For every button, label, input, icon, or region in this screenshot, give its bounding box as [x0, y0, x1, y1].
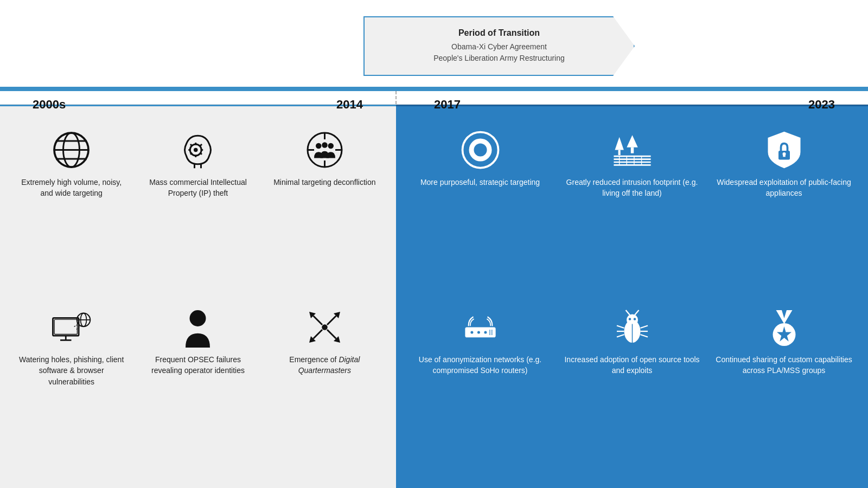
- arrow-subtitle: Obama-Xi Cyber Agreement People's Libera…: [433, 41, 565, 64]
- svg-point-23: [322, 142, 328, 148]
- arrows-center-icon: [303, 305, 346, 349]
- card-shield: Widespread exploitation of public-facing…: [711, 123, 857, 294]
- arrows-text: Emergence of Digital Quartermasters: [269, 354, 381, 376]
- svg-point-70: [628, 318, 631, 320]
- right-row-2: Use of anonymization networks (e.g. comp…: [407, 300, 857, 472]
- timeline-bar: [0, 87, 868, 91]
- svg-point-64: [477, 331, 480, 333]
- svg-line-37: [313, 316, 322, 325]
- year-labels: 2000s 2014 2017 2023: [0, 91, 868, 105]
- card-arrows: Emergence of Digital Quartermasters: [264, 300, 385, 472]
- arrow-section: Period of Transition Obama-Xi Cyber Agre…: [0, 0, 868, 87]
- svg-point-35: [322, 324, 328, 330]
- svg-marker-47: [615, 137, 623, 150]
- svg-rect-50: [630, 147, 633, 153]
- router-text: Use of anonymization networks (e.g. comp…: [411, 354, 549, 376]
- year-2017: 2017: [434, 98, 461, 112]
- svg-line-72: [626, 310, 630, 315]
- person-icon: [176, 305, 220, 349]
- svg-rect-11: [189, 149, 192, 151]
- medal-text: Continued sharing of custom capabilities…: [715, 354, 853, 376]
- svg-point-63: [470, 331, 473, 333]
- right-section: More purposeful, strategic targeting: [396, 105, 868, 488]
- svg-line-77: [640, 325, 648, 328]
- arrow-title: Period of Transition: [458, 28, 540, 38]
- svg-line-43: [327, 330, 336, 339]
- farm-trees-icon: [610, 128, 654, 171]
- svg-rect-26: [54, 319, 77, 334]
- svg-line-41: [313, 330, 322, 339]
- svg-point-34: [190, 310, 206, 326]
- card-computer: Watering holes, phishing, client softwar…: [11, 300, 132, 472]
- svg-point-8: [194, 147, 198, 152]
- globe-text: Extremely high volume, noisy, and wide t…: [15, 177, 127, 199]
- bug-icon: [610, 305, 654, 349]
- svg-line-73: [635, 310, 639, 315]
- svg-point-46: [474, 143, 487, 156]
- shield-text: Widespread exploitation of public-facing…: [715, 177, 853, 199]
- card-bug: Increased adoption of open source tools …: [559, 300, 705, 472]
- svg-rect-9: [195, 143, 197, 145]
- svg-point-65: [484, 331, 487, 333]
- medal-icon: [762, 305, 806, 349]
- year-2023: 2023: [808, 98, 835, 112]
- left-row-1: Extremely high volume, noisy, and wide t…: [11, 123, 385, 294]
- brain-text: Mass commercial Intellectual Property (I…: [142, 177, 254, 199]
- right-row-1: More purposeful, strategic targeting: [407, 123, 857, 294]
- svg-marker-49: [627, 135, 637, 147]
- bug-text: Increased adoption of open source tools …: [563, 354, 701, 376]
- card-router: Use of anonymization networks (e.g. comp…: [407, 300, 553, 472]
- arrow-wrapper: Period of Transition Obama-Xi Cyber Agre…: [363, 16, 678, 76]
- svg-rect-48: [618, 150, 620, 155]
- svg-point-22: [316, 143, 322, 149]
- card-person: Frequent OPSEC failures revealing operat…: [137, 300, 258, 472]
- card-medal: Continued sharing of custom capabilities…: [711, 300, 857, 472]
- left-section: Extremely high volume, noisy, and wide t…: [0, 105, 396, 488]
- crosshair-text: Minimal targeting deconfliction: [273, 177, 375, 188]
- italic-text: Digital Quartermasters: [298, 355, 360, 375]
- person-text: Frequent OPSEC failures revealing operat…: [142, 354, 254, 376]
- svg-marker-81: [776, 310, 792, 324]
- computer-globe-icon: [50, 305, 93, 349]
- svg-point-24: [328, 143, 334, 149]
- year-2014: 2014: [336, 98, 363, 112]
- content-area: Extremely high volume, noisy, and wide t…: [0, 105, 868, 488]
- brain-gears-icon: [176, 128, 220, 171]
- router-icon: [458, 305, 502, 349]
- globe-icon: [50, 128, 93, 171]
- year-divider: [395, 91, 397, 104]
- farm-text: Greatly reduced intrusion footprint (e.g…: [563, 177, 701, 199]
- computer-text: Watering holes, phishing, client softwar…: [15, 354, 127, 387]
- svg-line-76: [617, 335, 624, 337]
- svg-point-71: [633, 318, 636, 320]
- transition-arrow: Period of Transition Obama-Xi Cyber Agre…: [363, 16, 635, 76]
- year-2000s: 2000s: [33, 98, 66, 112]
- crosshair-group-icon: [303, 128, 346, 171]
- left-row-2: Watering holes, phishing, client softwar…: [11, 300, 385, 472]
- main-container: Period of Transition Obama-Xi Cyber Agre…: [0, 0, 868, 488]
- card-brain: Mass commercial Intellectual Property (I…: [137, 123, 258, 294]
- shield-lock-icon: [762, 128, 806, 171]
- svg-line-79: [640, 335, 648, 337]
- card-farm: Greatly reduced intrusion footprint (e.g…: [559, 123, 705, 294]
- svg-line-39: [327, 316, 336, 325]
- svg-rect-25: [53, 318, 79, 336]
- svg-rect-12: [201, 149, 203, 151]
- svg-line-74: [617, 325, 624, 328]
- card-target: More purposeful, strategic targeting: [407, 123, 553, 294]
- target-icon: [458, 128, 502, 171]
- target-text: More purposeful, strategic targeting: [420, 177, 540, 188]
- card-globe: Extremely high volume, noisy, and wide t…: [11, 123, 132, 294]
- svg-rect-62: [465, 327, 495, 337]
- card-crosshair: Minimal targeting deconfliction: [264, 123, 385, 294]
- svg-point-69: [627, 314, 638, 325]
- svg-rect-61: [783, 154, 786, 157]
- svg-rect-10: [195, 155, 197, 157]
